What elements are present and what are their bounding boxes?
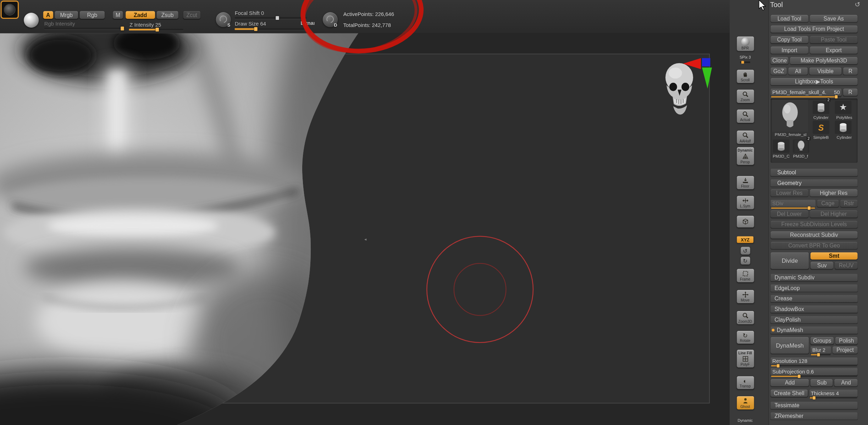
goz-visible-button[interactable]: Visible: [809, 67, 841, 75]
divide-button[interactable]: Divide: [770, 252, 809, 269]
z-intensity-slider-label[interactable]: Z Intensity 25: [129, 22, 161, 28]
copy-tool-button[interactable]: Copy Tool: [770, 36, 808, 43]
dynamic-persp-button[interactable]: Dynamic Persp: [737, 147, 754, 165]
higher-res-button[interactable]: Higher Res: [810, 189, 858, 196]
edgeloop-section-header[interactable]: EdgeLoop: [770, 284, 857, 291]
rgb-intensity-track[interactable]: [44, 28, 125, 29]
depth-dial-icon[interactable]: D: [323, 12, 338, 27]
dynamesh-section-header[interactable]: DynaMesh: [770, 327, 857, 334]
goz-all-button[interactable]: All: [788, 67, 808, 75]
reconstruct-subdiv-button[interactable]: Reconstruct Subdiv: [770, 231, 857, 238]
zoom3d-button[interactable]: Zoom3D: [737, 311, 754, 324]
rgb-intensity-handle[interactable]: [121, 27, 124, 31]
dynamesh-polish-button[interactable]: Polish: [835, 337, 857, 344]
dynamesh-blur-slider[interactable]: Blur 2: [811, 347, 831, 354]
thumbnail-cylinder3d[interactable]: [835, 121, 852, 134]
dynamesh-sub-button[interactable]: Sub: [811, 379, 833, 386]
aahalf-button[interactable]: AAHalf: [737, 131, 754, 144]
zcut-button[interactable]: Zcut: [183, 11, 200, 19]
transp-button[interactable]: ◐ Transp: [737, 376, 754, 389]
sdiv-slider[interactable]: SDiv: [770, 200, 815, 207]
subtool-section-header[interactable]: Subtool: [770, 169, 857, 176]
zoom-button[interactable]: Zoom: [737, 89, 754, 103]
rgb-intensity-slider-label[interactable]: Rgb Intensity: [44, 21, 75, 27]
thumbnail-polymesh3d[interactable]: ★: [835, 101, 852, 114]
spix-handle[interactable]: [741, 61, 744, 64]
sculpted-face-model[interactable]: [0, 33, 387, 425]
focal-shift-slider-label[interactable]: Focal Shift 0: [235, 10, 264, 16]
local-pivot-button[interactable]: [737, 216, 754, 228]
shadowbox-section-header[interactable]: ShadowBox: [770, 305, 857, 312]
load-tools-from-project-button[interactable]: Load Tools From Project: [770, 26, 857, 33]
draw-size-track[interactable]: [235, 28, 307, 30]
lower-res-button[interactable]: Lower Res: [770, 189, 808, 196]
ghost-button[interactable]: Ghost: [737, 396, 754, 409]
geometry-section-header[interactable]: Geometry: [770, 179, 857, 186]
convert-bpr-to-geo-button[interactable]: Convert BPR To Geo: [770, 242, 857, 249]
move-button[interactable]: Move: [737, 290, 754, 303]
z-intensity-handle[interactable]: [156, 28, 159, 32]
zadd-button[interactable]: Zadd: [126, 11, 155, 19]
import-button[interactable]: Import: [770, 47, 808, 54]
rstr-button[interactable]: Rstr: [840, 200, 857, 207]
focal-shift-handle[interactable]: [276, 16, 279, 20]
paste-tool-button[interactable]: Paste Tool: [810, 36, 858, 43]
palette-refresh-icon[interactable]: ↺: [855, 1, 861, 9]
thumbnail-pm3d-female[interactable]: 2: [793, 140, 809, 153]
mrgb-button[interactable]: Mrgb: [55, 11, 78, 19]
dynamesh-and-button[interactable]: And: [835, 379, 858, 386]
tool-r-button[interactable]: R: [843, 88, 858, 96]
tessimate-section-header[interactable]: Tessimate: [770, 402, 857, 409]
floor-button[interactable]: Floor: [737, 176, 754, 189]
current-material-icon[interactable]: [24, 13, 39, 28]
del-lower-button[interactable]: Del Lower: [770, 210, 808, 217]
load-tool-button[interactable]: Load Tool: [770, 15, 808, 22]
rotate-cw-button[interactable]: ↻: [740, 257, 750, 265]
m-button[interactable]: M: [113, 11, 123, 19]
scroll-button[interactable]: Scroll: [737, 70, 754, 83]
active-tool-name-slider[interactable]: PM3D_female_skull_4. 50: [770, 88, 841, 96]
focal-shift-track[interactable]: [235, 17, 307, 19]
z-intensity-track[interactable]: [129, 29, 183, 31]
rgb-button[interactable]: Rgb: [80, 11, 105, 19]
make-polymesh3d-button[interactable]: Make PolyMesh3D: [790, 57, 858, 64]
current-brush-icon[interactable]: [1, 1, 19, 19]
goz-button[interactable]: GoZ: [770, 67, 786, 75]
clone-button[interactable]: Clone: [770, 57, 788, 64]
document-viewport[interactable]: ◂: [0, 33, 730, 425]
freeze-subdivision-button[interactable]: Freeze SubDivision Levels: [770, 221, 857, 228]
dynamesh-project-button[interactable]: Project: [833, 347, 858, 354]
a-toggle-button[interactable]: A: [43, 11, 53, 19]
local-symmetry-button[interactable]: L.Sym: [737, 196, 754, 209]
tray-divider-arrow[interactable]: ◂: [364, 237, 366, 242]
dynamic-size-label[interactable]: Dynamic: [300, 20, 314, 26]
thumbnail-pm3d-cylinder[interactable]: [773, 140, 790, 153]
claypolish-section-header[interactable]: ClayPolish: [770, 316, 857, 323]
dynamic-subdiv-section-header[interactable]: Dynamic Subdiv: [770, 274, 857, 281]
zremesher-section-header[interactable]: ZRemesher: [770, 412, 857, 419]
export-button[interactable]: Export: [810, 47, 858, 54]
spix-track[interactable]: [740, 61, 750, 63]
rotate3d-button[interactable]: ↻ Rotate: [737, 331, 754, 344]
active-tool-thumbnail[interactable]: [772, 100, 808, 132]
thumbnail-simplebrush[interactable]: S: [813, 121, 829, 134]
line-fill-button[interactable]: Line Fill PolyF: [737, 350, 754, 367]
crease-section-header[interactable]: Crease: [770, 295, 857, 302]
del-higher-button[interactable]: Del Higher: [810, 210, 858, 217]
bpr-render-button[interactable]: BPR: [737, 37, 754, 51]
resolution-slider[interactable]: Resolution 128: [770, 358, 857, 365]
save-as-button[interactable]: Save As: [810, 15, 858, 22]
suv-toggle-button[interactable]: Suv: [811, 262, 833, 269]
goz-r-button[interactable]: R: [843, 67, 857, 75]
reuv-button[interactable]: ReUV: [835, 262, 858, 269]
zsub-button[interactable]: Zsub: [157, 11, 178, 19]
draw-size-handle[interactable]: [254, 27, 257, 31]
dynamesh-groups-button[interactable]: Groups: [811, 337, 834, 344]
create-shell-button[interactable]: Create Shell: [770, 389, 807, 397]
stroke-dial-icon[interactable]: S: [216, 12, 231, 27]
cage-button[interactable]: Cage: [817, 200, 839, 207]
thumbnail-cylinder[interactable]: 2: [813, 101, 829, 114]
axis-orientation-gizmo[interactable]: [682, 55, 715, 109]
draw-size-slider-label[interactable]: Draw Size 64: [235, 21, 266, 27]
lightbox-tools-button[interactable]: Lightbox▶Tools: [770, 78, 857, 85]
